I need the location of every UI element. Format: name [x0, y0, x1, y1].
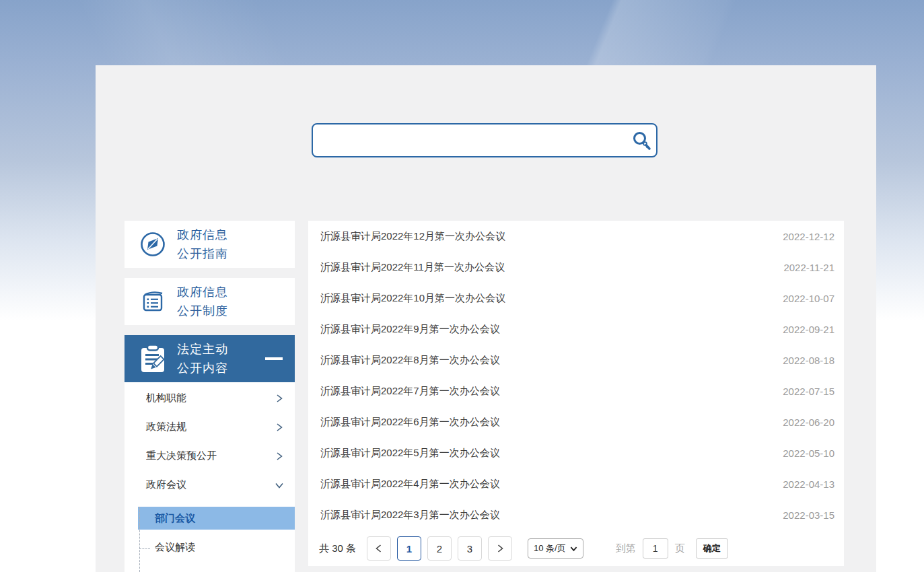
- sidebar-item-disclosure-guide[interactable]: 政府信息公开指南: [125, 221, 295, 268]
- label-line2: 公开指南: [177, 247, 228, 260]
- article-title[interactable]: 沂源县审计局2022年7月第一次办公会议: [320, 385, 500, 398]
- chevron-right-icon: [275, 394, 284, 403]
- label-line2: 公开制度: [177, 304, 228, 318]
- list-item[interactable]: 沂源县审计局2022年3月第一次办公会议 2022-03-15: [308, 499, 844, 530]
- sidebar-item-statutory-disclosure[interactable]: 法定主动公开内容: [125, 335, 295, 382]
- list-item[interactable]: 沂源县审计局2022年9月第一次办公会议 2022-09-21: [308, 314, 844, 345]
- sidebar-item-disclosure-system[interactable]: 政府信息公开制度: [125, 278, 295, 325]
- list-item[interactable]: 沂源县审计局2022年12月第一次办公会议 2022-12-12: [308, 221, 844, 252]
- sidebar-item-org-functions[interactable]: 机构职能: [125, 384, 295, 413]
- sidebar-item-label: 法定主动公开内容: [177, 340, 228, 378]
- article-date: 2022-06-20: [783, 417, 834, 428]
- label-line1: 政府信息: [177, 228, 228, 242]
- article-date: 2022-03-15: [783, 509, 834, 521]
- page-size-label: 10 条/页: [534, 542, 566, 555]
- label-line1: 政府信息: [177, 285, 228, 299]
- next-page-button[interactable]: [488, 536, 512, 561]
- list-item[interactable]: 沂源县审计局2022年4月第一次办公会议 2022-04-13: [308, 468, 844, 499]
- article-date: 2022-10-07: [783, 293, 834, 304]
- article-list: 沂源县审计局2022年12月第一次办公会议 2022-12-12 沂源县审计局2…: [308, 221, 844, 566]
- sidebar: 政府信息公开指南 政府信息公开制度: [125, 221, 295, 572]
- menu-label: 部门会议: [155, 512, 195, 525]
- prev-page-button[interactable]: [367, 536, 391, 561]
- goto-page-group: 到第 页 确定: [616, 538, 728, 559]
- sidebar-item-department-meetings[interactable]: 部门会议: [138, 507, 295, 530]
- list-item[interactable]: 沂源县审计局2022年10月第一次办公会议 2022-10-07: [308, 283, 844, 314]
- article-date: 2022-04-13: [783, 478, 834, 490]
- article-title[interactable]: 沂源县审计局2022年4月第一次办公会议: [320, 478, 500, 491]
- chevron-down-icon: [570, 545, 577, 552]
- total-count-label: 共 30 条: [319, 542, 356, 555]
- list-item[interactable]: 沂源县审计局2022年11月第一次办公会议 2022-11-21: [308, 252, 844, 283]
- article-title[interactable]: 沂源县审计局2022年8月第一次办公会议: [320, 354, 500, 367]
- article-title[interactable]: 沂源县审计局2022年10月第一次办公会议: [320, 292, 505, 305]
- label-line2: 公开内容: [177, 361, 228, 375]
- page-button-2[interactable]: 2: [427, 536, 452, 561]
- menu-label: 政府会议: [146, 478, 186, 491]
- page-button-1[interactable]: 1: [397, 536, 421, 561]
- search-button[interactable]: [627, 124, 656, 156]
- search-bar: [312, 123, 658, 157]
- article-title[interactable]: 沂源县审计局2022年5月第一次办公会议: [320, 447, 500, 460]
- pagination-bar: 共 30 条 1 2 3 10 条/页 到第: [319, 536, 837, 561]
- menu-label: 重大决策预公开: [146, 450, 217, 462]
- chevron-right-icon: [275, 423, 284, 432]
- article-date: 2022-12-12: [783, 231, 834, 242]
- sidebar-item-major-decisions[interactable]: 重大决策预公开: [125, 441, 295, 470]
- article-date: 2022-11-21: [783, 262, 834, 273]
- tree-connector-horizontal: [139, 548, 150, 549]
- article-date: 2022-07-15: [783, 386, 834, 397]
- chevron-right-icon: [495, 544, 505, 553]
- clipboard-pencil-icon: [139, 344, 166, 373]
- article-title[interactable]: 沂源县审计局2022年9月第一次办公会议: [320, 323, 500, 336]
- list-item[interactable]: 沂源县审计局2022年6月第一次办公会议 2022-06-20: [308, 406, 844, 437]
- article-date: 2022-05-10: [783, 448, 834, 459]
- sidebar-submenu: 机构职能 政策法规 重大决策预公开 政府会议: [125, 382, 295, 572]
- article-date: 2022-08-18: [783, 355, 834, 366]
- confirm-button[interactable]: 确定: [696, 538, 728, 559]
- list-item[interactable]: 沂源县审计局2022年8月第一次办公会议 2022-08-18: [308, 345, 844, 376]
- page-size-select[interactable]: 10 条/页: [528, 538, 583, 559]
- goto-page-input[interactable]: [643, 538, 668, 559]
- document-list-icon: [139, 287, 166, 316]
- menu-label: 会议解读: [155, 541, 195, 554]
- menu-label: 机构职能: [146, 392, 186, 404]
- search-icon: [631, 130, 652, 151]
- sidebar-item-gov-meetings[interactable]: 政府会议: [125, 470, 295, 499]
- article-title[interactable]: 沂源县审计局2022年11月第一次办公会议: [320, 261, 505, 274]
- list-item[interactable]: 沂源县审计局2022年7月第一次办公会议 2022-07-15: [308, 376, 844, 406]
- compass-icon: [139, 229, 166, 259]
- article-title[interactable]: 沂源县审计局2022年3月第一次办公会议: [320, 509, 500, 522]
- chevron-down-icon: [275, 480, 284, 490]
- label-line1: 法定主动: [177, 343, 228, 356]
- goto-suffix-label: 页: [675, 542, 685, 555]
- sidebar-item-policies[interactable]: 政策法规: [125, 413, 295, 441]
- sidebar-item-meeting-interpretation[interactable]: 会议解读: [125, 535, 295, 559]
- tree-connector-vertical: [139, 507, 140, 572]
- search-input[interactable]: [313, 124, 627, 156]
- content-panel: 政府信息公开指南 政府信息公开制度: [96, 65, 876, 572]
- sidebar-item-label: 政府信息公开制度: [177, 283, 228, 320]
- sidebar-item-label: 政府信息公开指南: [177, 225, 228, 263]
- chevron-left-icon: [374, 544, 384, 553]
- page-button-3[interactable]: 3: [458, 536, 482, 561]
- article-title[interactable]: 沂源县审计局2022年12月第一次办公会议: [320, 230, 505, 243]
- list-item[interactable]: 沂源县审计局2022年5月第一次办公会议 2022-05-10: [308, 437, 844, 468]
- article-title[interactable]: 沂源县审计局2022年6月第一次办公会议: [320, 416, 500, 429]
- menu-label: 政策法规: [146, 421, 186, 433]
- collapse-minus-icon[interactable]: [265, 357, 283, 360]
- chevron-right-icon: [275, 452, 284, 461]
- goto-prefix-label: 到第: [616, 542, 636, 555]
- article-date: 2022-09-21: [783, 324, 834, 335]
